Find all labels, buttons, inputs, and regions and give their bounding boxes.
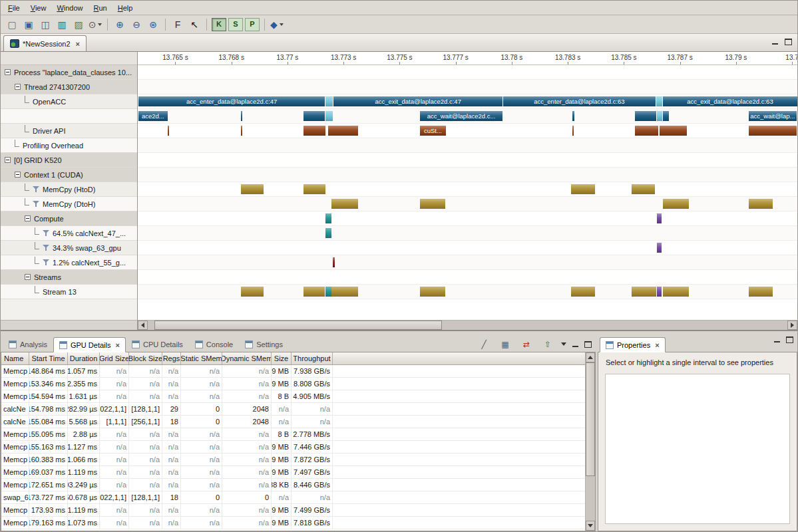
interval-bar[interactable] <box>572 111 574 121</box>
export-icon[interactable]: ⇧ <box>540 336 556 352</box>
tree-row-kernel-calcnext-55[interactable]: 1.2% calcNext_55_g... <box>1 255 137 270</box>
interval-bar[interactable]: cuSt... <box>420 126 446 136</box>
table-row[interactable]: Memcp155.163 ms1.127 msn/an/an/an/an/a9 … <box>1 441 585 454</box>
interval-bar[interactable] <box>331 199 358 209</box>
col-header-duration[interactable]: Duration <box>68 352 100 364</box>
analysis-icon[interactable]: ◆ <box>269 17 285 32</box>
col-header-grid-size[interactable]: Grid Size <box>100 352 129 364</box>
tree-row-memcpy-htod[interactable]: MemCpy (HtoD) <box>1 182 137 197</box>
table-row[interactable]: Memcp160.383 ms1.066 msn/an/an/an/an/a9 … <box>1 454 585 466</box>
scroll-left-icon[interactable] <box>138 321 148 330</box>
tree-row-thread[interactable]: Thread 2741307200 <box>1 80 137 94</box>
col-header-regs[interactable]: Regs <box>162 352 181 364</box>
interval-bar[interactable] <box>325 228 331 238</box>
interval-bar[interactable] <box>241 111 242 121</box>
hscroll-thumb[interactable] <box>154 321 442 330</box>
columns-icon[interactable]: ▦ <box>497 336 513 352</box>
close-tab-icon[interactable]: × <box>76 40 80 48</box>
table-row[interactable]: Memcp179.163 ms1.073 msn/an/an/an/an/a9 … <box>1 517 585 529</box>
collapse-toggle-icon[interactable] <box>5 157 11 163</box>
interval-bar[interactable] <box>657 111 662 121</box>
save-icon[interactable]: ▣ <box>21 17 37 32</box>
collapse-toggle-icon[interactable] <box>15 84 21 90</box>
interval-bar[interactable] <box>328 126 358 136</box>
scroll-down-icon[interactable] <box>586 521 595 531</box>
interval-bar[interactable]: acc_exit_data@laplace2d.c:63 <box>663 96 797 106</box>
collapse-toggle-icon[interactable] <box>15 172 21 178</box>
interval-bar[interactable] <box>303 184 326 194</box>
col-header-static-smem[interactable]: Static SMem <box>181 352 222 364</box>
minimize-icon[interactable] <box>771 39 779 45</box>
table-row[interactable]: Memcp154.594 ms1.631 µsn/an/an/an/an/a8 … <box>1 390 585 403</box>
autoscroll-icon[interactable]: ⇄ <box>518 336 534 352</box>
close-tab-icon[interactable]: × <box>116 341 120 349</box>
interval-bar[interactable] <box>632 184 655 194</box>
interval-bar[interactable] <box>749 126 797 136</box>
pencil-icon[interactable]: ╱ <box>476 336 492 352</box>
col-header-start-time[interactable]: Start Time <box>29 352 68 364</box>
interval-bar[interactable] <box>241 126 242 136</box>
details-minimize-icon[interactable] <box>572 341 579 348</box>
bar-chart-icon[interactable]: ▥ <box>54 17 70 32</box>
vscroll-thumb[interactable] <box>586 362 595 476</box>
hscroll-track[interactable] <box>148 321 787 330</box>
menu-run[interactable]: Run <box>89 2 112 14</box>
interval-bar[interactable] <box>303 287 325 297</box>
tree-row-compute[interactable]: Compute <box>1 211 137 226</box>
menu-view[interactable]: View <box>25 2 52 14</box>
collapse-toggle-icon[interactable] <box>25 274 31 280</box>
tab-settings[interactable]: Settings <box>239 336 289 352</box>
tab-properties[interactable]: Properties × <box>600 337 666 352</box>
interval-bar[interactable] <box>749 287 773 297</box>
interval-bar[interactable] <box>572 126 574 136</box>
table-row[interactable]: Memcp169.037 ms1.119 msn/an/an/an/an/a9 … <box>1 466 585 479</box>
stream-toggle-icon[interactable]: S <box>228 18 243 31</box>
process-toggle-icon[interactable]: P <box>245 18 260 31</box>
interval-bar[interactable] <box>571 184 595 194</box>
interval-bar[interactable]: acc_enter_data@laplace2d.c:47 <box>138 96 325 106</box>
interval-bar[interactable]: acc_exit_data@laplace2d.c:47 <box>333 96 502 106</box>
interval-bar[interactable] <box>663 287 690 297</box>
interval-bar[interactable] <box>325 213 331 223</box>
collapse-toggle-icon[interactable] <box>5 69 11 75</box>
tree-row-openacc-sub[interactable] <box>1 109 137 124</box>
table-row[interactable]: calcNe154.798 ms282.99 µs[1022,1,1][128,… <box>1 403 585 416</box>
col-header-block-size[interactable]: Block Size <box>129 352 162 364</box>
search-icon[interactable]: ⊙ <box>87 17 103 32</box>
interval-bar[interactable] <box>663 199 690 209</box>
interval-bar[interactable]: acc_wait@laplace2d.c... <box>420 111 502 121</box>
collapse-toggle-icon[interactable] <box>25 215 31 221</box>
interval-bar[interactable] <box>657 213 662 223</box>
tab-console[interactable]: Console <box>189 336 239 352</box>
properties-maximize-icon[interactable] <box>786 336 793 343</box>
details-maximize-icon[interactable] <box>584 341 592 348</box>
session-tab[interactable]: *NewSession2 × <box>3 35 87 51</box>
tree-row-process[interactable]: Process "laplace_data_clauses 10... <box>1 65 137 80</box>
kernel-toggle-icon[interactable]: K <box>212 18 226 31</box>
table-row[interactable]: Memcp155.095 ms2.88 µsn/an/an/an/an/a8 B… <box>1 428 585 441</box>
table-row[interactable]: Memcp173.93 ms1.119 msn/an/an/an/an/a9 M… <box>1 504 585 517</box>
view-menu-icon[interactable] <box>561 342 566 346</box>
tree-row-kernel-calcnext-47[interactable]: 64.5% calcNext_47_... <box>1 226 137 241</box>
interval-bar[interactable] <box>656 96 662 106</box>
interval-bar[interactable] <box>333 257 334 267</box>
interval-bar[interactable] <box>241 184 264 194</box>
table-row[interactable]: swap_6173.727 ms50.678 µs[1022,1,1][128,… <box>1 491 585 504</box>
new-session-icon[interactable]: ▢ <box>4 17 20 32</box>
tree-row-memcpy-dtoh[interactable]: MemCpy (DtoH) <box>1 197 137 211</box>
interval-bar[interactable] <box>325 111 333 121</box>
scroll-up-icon[interactable] <box>586 352 595 362</box>
interval-bar[interactable] <box>420 287 445 297</box>
interval-bar[interactable]: acc_wait@lap... <box>749 111 797 121</box>
interval-bar[interactable] <box>168 126 169 136</box>
zoom-in-icon[interactable]: ⊕ <box>112 17 128 32</box>
vscroll-track[interactable] <box>586 362 595 521</box>
zoom-out-icon[interactable]: ⊖ <box>128 17 144 32</box>
col-header-size[interactable]: Size <box>272 352 292 364</box>
col-header-name[interactable]: Name <box>1 352 29 364</box>
marker-f-icon[interactable]: F <box>170 17 186 32</box>
tree-row-stream-13[interactable]: Stream 13 <box>1 285 137 299</box>
interval-bar[interactable] <box>632 287 656 297</box>
tree-row-kernel-swap-63[interactable]: 34.3% swap_63_gpu <box>1 241 137 255</box>
interval-bar[interactable] <box>657 287 662 297</box>
